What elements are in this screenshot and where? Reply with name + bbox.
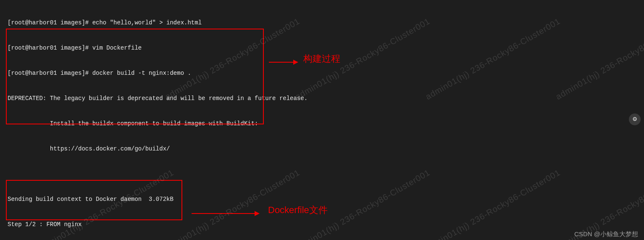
arrow-build	[269, 60, 298, 65]
arrow-dockerfile	[192, 211, 260, 216]
highlight-box-build	[6, 29, 264, 124]
terminal-line: Step 1/2 : FROM nginx	[8, 220, 644, 229]
settings-button[interactable]: ⚙	[629, 113, 641, 125]
annotation-build: 构建过程	[303, 55, 340, 63]
terminal-line	[8, 170, 644, 178]
gear-icon: ⚙	[633, 115, 637, 124]
highlight-box-dockerfile	[6, 180, 182, 220]
terminal-line: [root@harbor01 images]# echo "hello,worl…	[8, 18, 644, 27]
annotation-dockerfile: Dockerfile文件	[268, 206, 328, 214]
credit-text: CSDN @小鲸鱼大梦想	[574, 230, 638, 238]
terminal-line: https://docs.docker.com/go/buildx/	[8, 145, 644, 153]
